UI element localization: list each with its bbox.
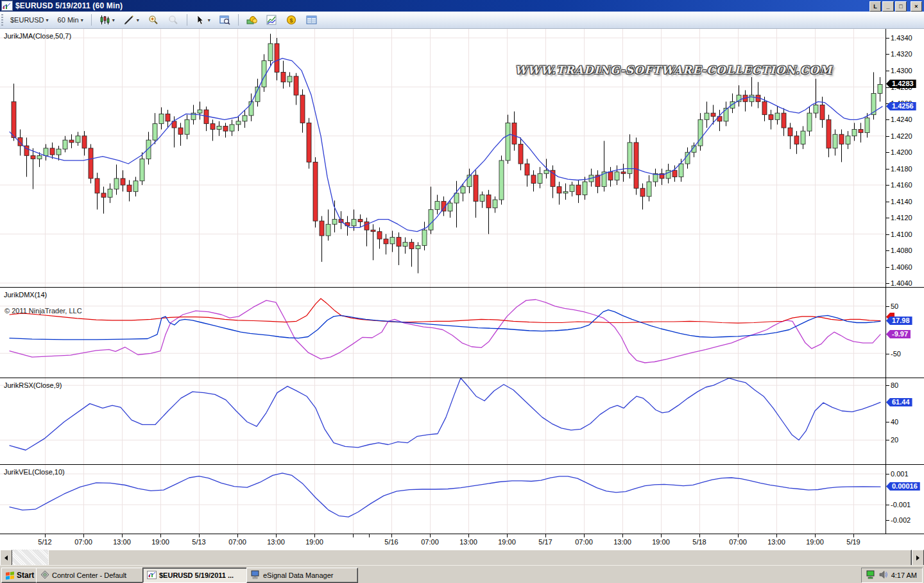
cursor-arrow-icon <box>195 15 206 26</box>
toolbar-grip[interactable] <box>1 14 3 26</box>
network-monitor-icon <box>866 570 876 581</box>
y-axis-tick <box>886 474 889 474</box>
mini-chart-icon <box>266 15 277 26</box>
account-data-button[interactable] <box>242 13 262 28</box>
x-axis-label: 13:00 <box>267 538 285 546</box>
panel-separator[interactable] <box>0 378 924 378</box>
x-axis-tick <box>430 534 431 537</box>
x-axis-tick <box>276 534 277 537</box>
panel-separator[interactable] <box>0 287 924 288</box>
mini-chart-button[interactable] <box>262 13 282 28</box>
chart-window-button[interactable] <box>215 13 235 28</box>
cursor-mode-dropdown[interactable]: ▾ <box>191 13 215 28</box>
start-label: Start <box>17 571 34 580</box>
taskbar-task-button[interactable]: eSignal Data Manager <box>246 568 358 583</box>
x-axis-tick <box>507 534 508 537</box>
restore-button[interactable]: □ <box>895 1 907 12</box>
x-axis-label: 5/18 <box>692 538 706 546</box>
y-axis-label: 20 <box>891 436 898 444</box>
chevron-down-icon: ▾ <box>137 17 139 23</box>
scroll-left-button[interactable] <box>0 550 12 566</box>
minimize-button[interactable]: _ <box>882 1 894 12</box>
y-axis-tick <box>886 422 889 422</box>
zoom-out-button[interactable] <box>164 13 184 28</box>
x-axis-label: 07:00 <box>575 538 593 546</box>
zoom-in-button[interactable] <box>144 13 164 28</box>
time-axis[interactable]: 5/1207:0013:0019:005/1307:0013:0019:005/… <box>0 534 924 550</box>
x-axis-tick <box>314 534 315 537</box>
toolbar-separator <box>238 14 239 26</box>
taskbar-task-button[interactable]: Control Center - Default <box>36 568 148 583</box>
window-title: $EURUSD 5/19/2011 (60 Min) <box>15 1 123 10</box>
dmx-adx-line <box>10 310 880 340</box>
scroll-right-button[interactable] <box>912 550 924 566</box>
y-axis-tick <box>886 119 889 120</box>
link-button[interactable]: L <box>869 1 881 12</box>
x-axis-label: 07:00 <box>421 538 439 546</box>
y-axis-tick <box>886 306 889 307</box>
panel-separator[interactable] <box>0 464 924 465</box>
close-button[interactable]: × <box>911 1 922 12</box>
y-axis-label: 40 <box>891 418 898 426</box>
x-axis-tick <box>45 534 46 537</box>
instrument-label: $EURUSD <box>10 16 44 24</box>
value-marker: 61.44 <box>886 398 912 406</box>
value-marker: 1.4283 <box>886 80 916 88</box>
data-grid-icon <box>306 15 317 26</box>
title-bar[interactable]: $EURUSD 5/19/2011 (60 Min) L _ □ × <box>0 0 924 12</box>
chevron-down-icon: ▾ <box>46 17 49 23</box>
x-axis-label: 5/13 <box>192 538 205 546</box>
y-axis-tick <box>886 169 889 170</box>
interval-dropdown[interactable]: 60 Min ▾ <box>53 14 88 26</box>
window-magnifier-icon <box>219 15 230 26</box>
system-tray[interactable]: 4:17 AM <box>861 568 923 583</box>
instrument-dropdown[interactable]: $EURUSD ▾ <box>6 14 53 26</box>
taskbar-task-active[interactable]: $EURUSD 5/19/2011 ... <box>142 568 252 583</box>
y-axis-tick <box>886 440 889 440</box>
coin-button[interactable]: $ <box>282 13 302 28</box>
y-axis-label: 1.4120 <box>891 214 912 222</box>
x-axis-tick <box>622 534 623 537</box>
y-axis-label: -0.002 <box>891 516 911 524</box>
y-axis-tick <box>886 234 889 235</box>
x-axis-label: 13:00 <box>613 538 631 546</box>
x-axis-tick <box>83 534 84 537</box>
windows-taskbar: Start 4:17 AM Control Center - Default$E… <box>0 565 924 583</box>
chart-icon <box>147 571 157 580</box>
windows-logo-icon <box>6 571 14 579</box>
x-axis-tick <box>122 534 123 537</box>
y-axis-tick <box>886 185 889 186</box>
y-axis-tick <box>886 38 889 39</box>
vel-line <box>10 473 880 517</box>
value-marker: 17.98 <box>886 317 912 325</box>
clock: 4:17 AM <box>891 571 917 579</box>
chart-style-dropdown[interactable]: ▾ <box>95 13 119 28</box>
y-axis-label: 1.4100 <box>891 231 912 238</box>
y-axis-label: 1.4060 <box>891 263 912 271</box>
chart-canvas[interactable] <box>0 29 886 534</box>
dmx-plus-line <box>10 299 880 323</box>
y-axis-tick <box>886 385 889 386</box>
x-axis-tick <box>545 534 546 537</box>
pencil-icon <box>124 15 135 26</box>
horizontal-scrollbar[interactable] <box>0 550 924 565</box>
value-marker: 0.00016 <box>886 482 920 491</box>
price-axis[interactable]: 1.43401.43201.43001.42801.42601.42401.42… <box>886 29 924 534</box>
x-axis-label: 19:00 <box>806 538 824 546</box>
data-grid-button[interactable] <box>302 13 321 28</box>
x-axis-label: 19:00 <box>151 538 169 546</box>
y-axis-label: -50 <box>891 350 901 358</box>
x-axis-label: 07:00 <box>228 538 246 546</box>
toolbar-separator <box>91 14 92 26</box>
svg-text:$: $ <box>290 17 293 24</box>
chart-plot-area[interactable]: WWW.TRADING-SOFTWARE-COLLECTION.COM © 20… <box>0 29 886 534</box>
start-button[interactable]: Start <box>1 568 40 583</box>
scrollbar-thumb[interactable] <box>48 550 912 566</box>
x-axis-tick <box>353 534 354 537</box>
x-axis-label: 5/16 <box>384 538 398 546</box>
x-axis-tick <box>160 534 161 537</box>
y-axis-label: 80 <box>891 381 898 389</box>
chevron-down-icon: ▾ <box>81 17 83 23</box>
x-axis-tick <box>369 534 370 537</box>
drawing-tool-dropdown[interactable]: ▾ <box>119 13 144 28</box>
